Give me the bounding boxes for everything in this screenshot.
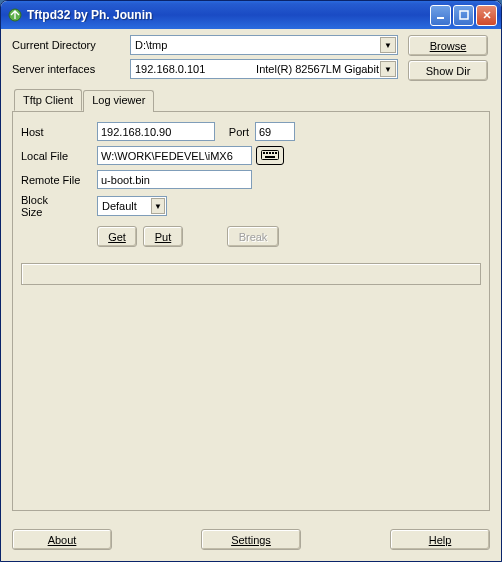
svg-rect-9 xyxy=(265,156,275,158)
block-size-dropdown[interactable]: Default ▼ xyxy=(97,196,167,216)
host-input[interactable] xyxy=(97,122,215,141)
current-directory-dropdown[interactable]: D:\tmp ▼ xyxy=(130,35,398,55)
app-icon xyxy=(7,7,23,23)
progress-bar xyxy=(21,263,481,285)
window-title: Tftpd32 by Ph. Jounin xyxy=(27,8,430,22)
remote-file-input[interactable] xyxy=(97,170,252,189)
svg-rect-2 xyxy=(460,11,468,19)
minimize-button[interactable] xyxy=(430,5,451,26)
tab-page-tftp-client: Host Port Local File xyxy=(12,111,490,511)
chevron-down-icon: ▼ xyxy=(380,61,396,77)
port-label: Port xyxy=(215,126,255,138)
port-input[interactable] xyxy=(255,122,295,141)
help-button[interactable]: Help xyxy=(390,529,490,550)
browse-button[interactable]: Browse xyxy=(408,35,488,56)
svg-rect-4 xyxy=(263,152,265,154)
app-window: Tftpd32 by Ph. Jounin Browse Show Dir Cu… xyxy=(0,0,502,562)
client-area: Browse Show Dir Current Directory D:\tmp… xyxy=(4,29,498,558)
chevron-down-icon: ▼ xyxy=(380,37,396,53)
server-interfaces-label: Server interfaces xyxy=(12,63,130,75)
tab-log-viewer[interactable]: Log viewer xyxy=(83,90,154,112)
current-directory-value: D:\tmp xyxy=(135,39,167,51)
action-buttons: Get Put Break xyxy=(97,226,481,247)
window-buttons xyxy=(430,5,497,26)
local-file-input[interactable] xyxy=(97,146,252,165)
tabstrip: Tftp Client Log viewer Host Port Local F… xyxy=(12,89,490,511)
keyboard-icon xyxy=(261,150,279,162)
maximize-button[interactable] xyxy=(453,5,474,26)
current-directory-label: Current Directory xyxy=(12,39,130,51)
block-size-value: Default xyxy=(102,200,137,212)
get-button[interactable]: Get xyxy=(97,226,137,247)
remote-file-label: Remote File xyxy=(21,174,97,186)
local-file-label: Local File xyxy=(21,150,97,162)
bottom-bar: About Settings Help xyxy=(12,529,490,550)
server-interfaces-dropdown[interactable]: 192.168.0.101 Intel(R) 82567LM Gigabit ▼ xyxy=(130,59,398,79)
svg-rect-8 xyxy=(275,152,277,154)
chevron-down-icon: ▼ xyxy=(151,198,165,214)
svg-rect-3 xyxy=(262,150,279,159)
svg-rect-5 xyxy=(266,152,268,154)
about-button[interactable]: About xyxy=(12,529,112,550)
side-buttons: Browse Show Dir xyxy=(408,35,488,81)
server-adapter-value: Intel(R) 82567LM Gigabit xyxy=(256,63,379,75)
titlebar[interactable]: Tftpd32 by Ph. Jounin xyxy=(1,1,501,29)
svg-rect-6 xyxy=(269,152,271,154)
break-button[interactable]: Break xyxy=(227,226,279,247)
server-ip-value: 192.168.0.101 xyxy=(135,63,205,75)
tab-tftp-client[interactable]: Tftp Client xyxy=(14,89,82,111)
settings-button[interactable]: Settings xyxy=(201,529,301,550)
close-button[interactable] xyxy=(476,5,497,26)
show-dir-button[interactable]: Show Dir xyxy=(408,60,488,81)
host-label: Host xyxy=(21,126,97,138)
browse-local-file-button[interactable] xyxy=(256,146,284,165)
svg-rect-1 xyxy=(437,17,444,19)
put-button[interactable]: Put xyxy=(143,226,183,247)
svg-rect-7 xyxy=(272,152,274,154)
block-size-label: Block Size xyxy=(21,194,97,218)
